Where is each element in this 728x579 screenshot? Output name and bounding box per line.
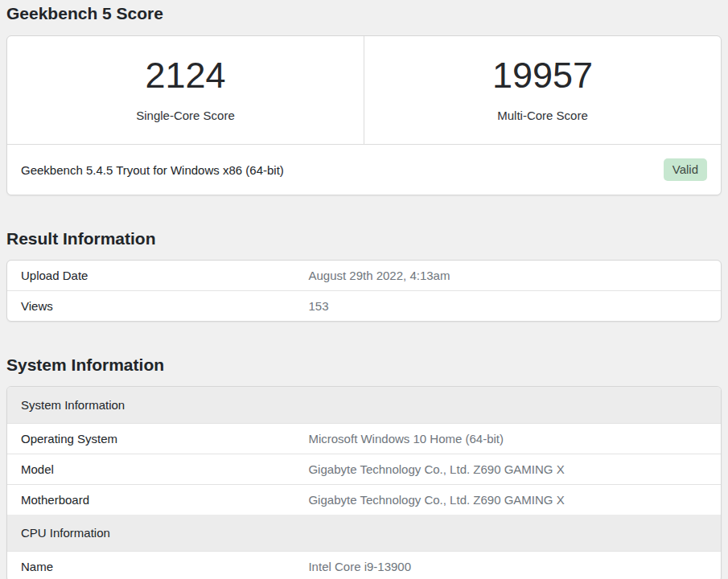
score-row: 2124 Single-Core Score 19957 Multi-Core … bbox=[7, 36, 721, 144]
system-information-table: System Information Operating System Micr… bbox=[7, 387, 721, 579]
row-label: Operating System bbox=[7, 424, 294, 454]
table-row: Upload Date August 29th 2022, 4:13am bbox=[7, 261, 721, 291]
table-section-header-row: System Information bbox=[7, 387, 721, 424]
multi-core-score-label: Multi-Core Score bbox=[497, 108, 588, 124]
section-header: CPU Information bbox=[7, 515, 721, 552]
multi-core-score-panel: 19957 Multi-Core Score bbox=[364, 36, 721, 144]
row-value: Gigabyte Technology Co., Ltd. Z690 GAMIN… bbox=[294, 454, 721, 485]
row-label: Upload Date bbox=[7, 261, 294, 291]
single-core-score-panel: 2124 Single-Core Score bbox=[7, 36, 364, 144]
result-information-heading: Result Information bbox=[6, 230, 722, 247]
table-row: Operating System Microsoft Windows 10 Ho… bbox=[7, 424, 721, 454]
section-header: System Information bbox=[7, 387, 721, 424]
benchmark-version-text: Geekbench 5.4.5 Tryout for Windows x86 (… bbox=[21, 163, 284, 177]
table-section-header-row: CPU Information bbox=[7, 515, 721, 552]
single-core-score-label: Single-Core Score bbox=[136, 108, 235, 124]
row-value: Gigabyte Technology Co., Ltd. Z690 GAMIN… bbox=[294, 485, 721, 515]
system-information-card: System Information Operating System Micr… bbox=[6, 386, 722, 579]
multi-core-score-value: 19957 bbox=[492, 56, 593, 95]
row-label: Name bbox=[7, 552, 294, 579]
single-core-score-value: 2124 bbox=[145, 56, 225, 95]
row-value: August 29th 2022, 4:13am bbox=[294, 261, 721, 291]
table-row: Model Gigabyte Technology Co., Ltd. Z690… bbox=[7, 454, 721, 485]
table-row: Motherboard Gigabyte Technology Co., Ltd… bbox=[7, 485, 721, 515]
score-summary-card: 2124 Single-Core Score 19957 Multi-Core … bbox=[6, 35, 722, 195]
row-label: Motherboard bbox=[7, 485, 294, 515]
row-value: 153 bbox=[294, 291, 721, 322]
benchmark-version-row: Geekbench 5.4.5 Tryout for Windows x86 (… bbox=[7, 144, 721, 195]
page-title: Geekbench 5 Score bbox=[6, 2, 722, 25]
row-label: Views bbox=[7, 291, 294, 322]
table-row: Views 153 bbox=[7, 291, 721, 322]
valid-status-badge: Valid bbox=[664, 158, 707, 181]
row-value: Microsoft Windows 10 Home (64-bit) bbox=[294, 424, 721, 454]
result-information-table: Upload Date August 29th 2022, 4:13am Vie… bbox=[7, 261, 721, 321]
table-row: Name Intel Core i9-13900 bbox=[7, 552, 721, 579]
result-information-card: Upload Date August 29th 2022, 4:13am Vie… bbox=[6, 260, 722, 322]
row-value: Intel Core i9-13900 bbox=[294, 552, 721, 579]
row-label: Model bbox=[7, 454, 294, 485]
system-information-heading: System Information bbox=[6, 356, 722, 373]
geekbench-result-page: Geekbench 5 Score 2124 Single-Core Score… bbox=[0, 0, 728, 579]
